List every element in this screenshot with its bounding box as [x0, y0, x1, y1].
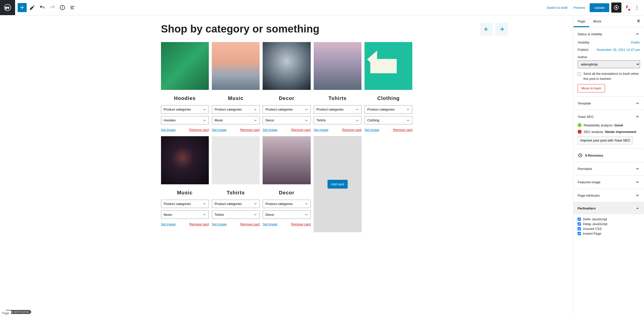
instant-page-checkbox[interactable]	[578, 232, 581, 235]
card-image[interactable]	[212, 42, 260, 90]
set-image-link[interactable]: Set image	[263, 222, 277, 226]
improve-yoast-button[interactable]: Improve your post with Yoast SEO	[578, 136, 633, 145]
category-type-select[interactable]: Product categories	[161, 105, 209, 114]
preview-button[interactable]: Preview	[571, 4, 588, 11]
author-label: Author	[578, 55, 587, 59]
delay-js-checkbox[interactable]	[578, 222, 581, 226]
page-title[interactable]: Shop by category or something	[161, 23, 413, 35]
more-options-button[interactable]	[632, 3, 641, 12]
card-image[interactable]	[263, 42, 310, 90]
panel-page-attributes[interactable]: Page Attributes	[574, 189, 644, 202]
category-card: Decor Product categories Decor Set image…	[263, 136, 310, 232]
category-type-select[interactable]: Product categories	[212, 200, 260, 208]
category-type-select[interactable]: Product categories	[365, 105, 412, 114]
card-image[interactable]	[161, 42, 209, 90]
remove-card-link[interactable]: Remove card	[393, 128, 412, 132]
panel-yoast[interactable]: Yoast SEO	[574, 110, 644, 123]
panel-featured-image[interactable]: Featured image	[574, 175, 644, 189]
chevron-down-icon	[635, 166, 640, 171]
category-type-select[interactable]: Product categories	[212, 105, 260, 114]
panel-perfmatters[interactable]: Perfmatters	[574, 202, 644, 214]
chevron-down-icon	[635, 101, 640, 106]
tab-page[interactable]: Page	[574, 15, 589, 27]
revisions-button[interactable]: 9 Revisions	[574, 149, 644, 162]
set-image-link[interactable]: Set image	[161, 222, 176, 226]
panel-permalink[interactable]: Permalink	[574, 162, 644, 175]
add-card-button[interactable]: Add card	[328, 180, 348, 189]
set-image-link[interactable]: Set image	[212, 222, 227, 226]
category-value-select[interactable]: Decor	[263, 210, 310, 219]
category-card: Decor Product categories Decor Set image…	[263, 42, 310, 132]
chevron-down-icon	[635, 193, 640, 198]
readability-dot-icon	[578, 123, 582, 127]
author-select[interactable]: adamglimja	[578, 60, 640, 68]
settings-button[interactable]	[611, 3, 621, 13]
card-title: Clothing	[365, 95, 412, 101]
yoast-button[interactable]	[622, 3, 632, 13]
remove-card-link[interactable]: Remove card	[189, 128, 209, 132]
history-icon	[578, 153, 583, 158]
trash-translations-checkbox[interactable]	[578, 72, 581, 76]
defer-js-checkbox[interactable]	[578, 218, 581, 221]
card-title: Decor	[263, 95, 310, 101]
category-value-select[interactable]: Clothing	[365, 116, 412, 124]
remove-card-link[interactable]: Remove card	[291, 222, 310, 226]
category-card: Music Product categories Music Set image…	[212, 42, 260, 132]
unused-css-checkbox[interactable]	[578, 227, 581, 230]
category-type-select[interactable]: Product categories	[314, 105, 361, 114]
tab-block[interactable]: Block	[589, 15, 605, 27]
next-arrow-button[interactable]	[495, 23, 508, 36]
category-card: Music Product categories Music Set image…	[161, 136, 209, 232]
category-value-select[interactable]: Hoodies	[161, 116, 209, 124]
card-title: Tshirts	[212, 190, 260, 196]
visibility-value[interactable]: Public	[631, 41, 640, 44]
set-image-link[interactable]: Set image	[212, 128, 227, 132]
card-image[interactable]	[263, 136, 310, 184]
chevron-up-icon	[635, 114, 640, 119]
info-button[interactable]	[58, 3, 67, 12]
outline-button[interactable]	[68, 3, 77, 12]
set-image-link[interactable]: Set image	[314, 128, 329, 132]
move-to-trash-button[interactable]: Move to trash	[578, 84, 605, 92]
remove-card-link[interactable]: Remove card	[189, 222, 209, 226]
set-image-link[interactable]: Set image	[161, 128, 176, 132]
set-image-link[interactable]: Set image	[263, 128, 277, 132]
remove-card-link[interactable]: Remove card	[342, 128, 361, 132]
svg-point-9	[616, 7, 617, 8]
remove-card-link[interactable]: Remove card	[291, 128, 310, 132]
category-value-select[interactable]: Decor	[263, 116, 310, 124]
undo-button[interactable]	[38, 3, 47, 12]
trash-translations-label: Send all the translations to trash when …	[583, 71, 640, 81]
set-image-link[interactable]: Set image	[365, 128, 379, 132]
card-title: Hoodies	[161, 95, 209, 101]
category-type-select[interactable]: Product categories	[263, 105, 310, 114]
card-image[interactable]	[161, 136, 209, 184]
footer-breadcrumb[interactable]: Page	[0, 310, 11, 316]
close-sidebar-button[interactable]	[633, 15, 644, 27]
category-value-select[interactable]: Music	[212, 116, 260, 124]
category-type-select[interactable]: Product categories	[161, 200, 209, 208]
card-image[interactable]	[314, 42, 361, 90]
category-value-select[interactable]: Tshirts	[314, 116, 361, 124]
card-image[interactable]	[365, 42, 412, 90]
category-card: Clothing Product categories Clothing Set…	[365, 42, 412, 132]
prev-arrow-button[interactable]	[480, 23, 493, 36]
redo-button[interactable]	[48, 3, 57, 12]
card-image[interactable]	[212, 136, 260, 184]
category-type-select[interactable]: Product categories	[263, 200, 310, 208]
card-title: Tshirts	[314, 95, 361, 101]
card-title: Music	[161, 190, 209, 196]
wordpress-logo[interactable]	[0, 0, 15, 15]
category-value-select[interactable]: Music	[161, 210, 209, 219]
update-button[interactable]: Update	[590, 3, 609, 12]
panel-status-visibility[interactable]: Status & visibility	[574, 27, 644, 41]
panel-template[interactable]: Template	[574, 97, 644, 110]
add-block-button[interactable]	[18, 3, 27, 12]
remove-card-link[interactable]: Remove card	[240, 128, 260, 132]
edit-icon[interactable]	[28, 3, 37, 12]
publish-value[interactable]: November 29, 2021 12:47 pm	[597, 48, 640, 52]
category-card: Tshirts Product categories Tshirts Set i…	[212, 136, 260, 232]
remove-card-link[interactable]: Remove card	[240, 222, 260, 226]
category-value-select[interactable]: Tshirts	[212, 210, 260, 219]
switch-to-draft-button[interactable]: Switch to draft	[544, 4, 570, 11]
